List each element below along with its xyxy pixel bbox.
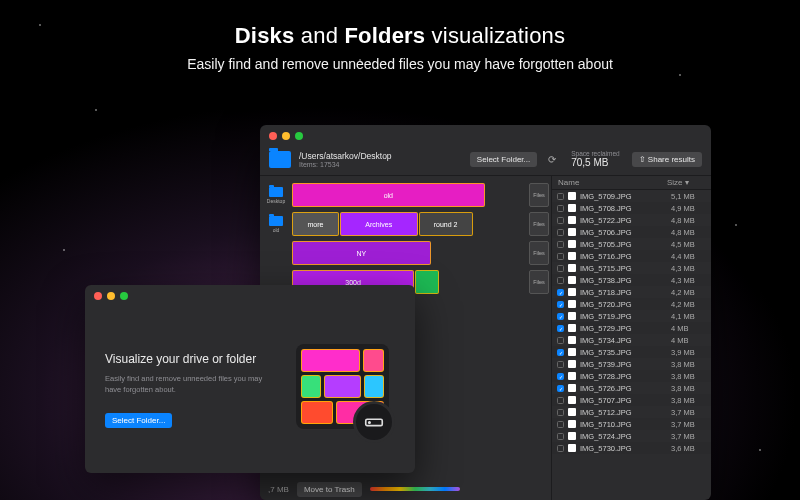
file-row[interactable]: IMG_5707.JPG3,8 MB (552, 394, 711, 406)
size-segment[interactable]: NY (292, 241, 431, 265)
file-row[interactable]: IMG_5715.JPG4,3 MB (552, 262, 711, 274)
checkbox[interactable] (557, 397, 564, 404)
file-icon (568, 204, 576, 212)
checkbox[interactable] (557, 373, 564, 380)
file-row[interactable]: IMG_5709.JPG5,1 MB (552, 190, 711, 202)
checkbox[interactable] (557, 265, 564, 272)
column-size[interactable]: Size ▾ (667, 178, 705, 187)
checkbox[interactable] (557, 229, 564, 236)
file-icon (568, 240, 576, 248)
zoom-icon[interactable] (120, 292, 128, 300)
file-icon (568, 276, 576, 284)
checkbox[interactable] (557, 421, 564, 428)
move-to-trash-button[interactable]: Move to Trash (297, 482, 362, 497)
file-list: Name Size ▾ IMG_5709.JPG5,1 MBIMG_5708.J… (551, 176, 711, 500)
main-toolbar: /Users/atsarkov/Desktop Items: 17534 Sel… (260, 147, 711, 176)
select-folder-button[interactable]: Select Folder... (105, 413, 172, 428)
file-name: IMG_5735.JPG (580, 348, 667, 357)
checkbox[interactable] (557, 313, 564, 320)
minimize-icon[interactable] (282, 132, 290, 140)
checkbox[interactable] (557, 205, 564, 212)
file-size: 4,8 MB (671, 216, 706, 225)
file-size: 3,6 MB (671, 444, 706, 453)
file-row[interactable]: IMG_5734.JPG4 MB (552, 334, 711, 346)
file-icon (568, 252, 576, 260)
file-name: IMG_5705.JPG (580, 240, 667, 249)
checkbox[interactable] (557, 301, 564, 308)
viz-row: oldmoreArchivesround 2Files (262, 212, 549, 236)
size-segment[interactable] (415, 270, 439, 294)
disk-icon (353, 401, 395, 443)
size-segment[interactable]: round 2 (419, 212, 473, 236)
checkbox[interactable] (557, 193, 564, 200)
file-row[interactable]: IMG_5705.JPG4,5 MB (552, 238, 711, 250)
files-cell[interactable]: Files (529, 212, 549, 236)
file-row[interactable]: IMG_5720.JPG4,2 MB (552, 298, 711, 310)
share-results-button[interactable]: ⇧ Share results (632, 152, 702, 167)
checkbox[interactable] (557, 385, 564, 392)
checkbox[interactable] (557, 277, 564, 284)
row-label[interactable]: Desktop (262, 183, 290, 207)
checkbox[interactable] (557, 253, 564, 260)
file-size: 4 MB (671, 324, 706, 333)
minimize-icon[interactable] (107, 292, 115, 300)
close-icon[interactable] (269, 132, 277, 140)
footer-bar: ,7 MB Move to Trash (260, 478, 551, 500)
checkbox[interactable] (557, 289, 564, 296)
file-name: IMG_5720.JPG (580, 300, 667, 309)
space-reclaimed-label: Space reclaimed (571, 150, 619, 157)
checkbox[interactable] (557, 337, 564, 344)
checkbox[interactable] (557, 325, 564, 332)
file-row[interactable]: IMG_5726.JPG3,8 MB (552, 382, 711, 394)
file-row[interactable]: IMG_5735.JPG3,9 MB (552, 346, 711, 358)
checkbox[interactable] (557, 445, 564, 452)
file-row[interactable]: IMG_5738.JPG4,3 MB (552, 274, 711, 286)
files-cell[interactable]: Files (529, 241, 549, 265)
refresh-icon[interactable]: ⟳ (545, 152, 559, 166)
file-row[interactable]: IMG_5712.JPG3,7 MB (552, 406, 711, 418)
viz-row: NYFiles (262, 241, 549, 265)
size-segment[interactable]: old (292, 183, 485, 207)
file-row[interactable]: IMG_5719.JPG4,1 MB (552, 310, 711, 322)
checkbox[interactable] (557, 409, 564, 416)
select-folder-button[interactable]: Select Folder... (470, 152, 537, 167)
file-icon (568, 228, 576, 236)
file-icon (568, 336, 576, 344)
checkbox[interactable] (557, 361, 564, 368)
file-row[interactable]: IMG_5716.JPG4,4 MB (552, 250, 711, 262)
zoom-icon[interactable] (295, 132, 303, 140)
file-row[interactable]: IMG_5730.JPG3,6 MB (552, 442, 711, 454)
file-row[interactable]: IMG_5718.JPG4,2 MB (552, 286, 711, 298)
checkbox[interactable] (557, 241, 564, 248)
column-name[interactable]: Name (558, 178, 667, 187)
file-row[interactable]: IMG_5728.JPG3,8 MB (552, 370, 711, 382)
file-size: 4,3 MB (671, 264, 706, 273)
file-icon (568, 372, 576, 380)
file-row[interactable]: IMG_5708.JPG4,9 MB (552, 202, 711, 214)
file-icon (568, 384, 576, 392)
row-label[interactable]: old (262, 212, 290, 236)
file-size: 4,2 MB (671, 300, 706, 309)
file-row[interactable]: IMG_5729.JPG4 MB (552, 322, 711, 334)
file-icon (568, 432, 576, 440)
items-count: Items: 17534 (299, 161, 392, 168)
size-segment[interactable]: more (292, 212, 339, 236)
main-traffic-lights (260, 125, 711, 147)
file-name: IMG_5716.JPG (580, 252, 667, 261)
file-row[interactable]: IMG_5724.JPG3,7 MB (552, 430, 711, 442)
close-icon[interactable] (94, 292, 102, 300)
checkbox[interactable] (557, 433, 564, 440)
hero-subtitle: Easily find and remove unneeded files yo… (0, 56, 800, 72)
files-cell[interactable]: Files (529, 183, 549, 207)
file-row[interactable]: IMG_5739.JPG3,8 MB (552, 358, 711, 370)
files-cell[interactable]: Files (529, 270, 549, 294)
checkbox[interactable] (557, 217, 564, 224)
file-icon (568, 420, 576, 428)
file-row[interactable]: IMG_5706.JPG4,8 MB (552, 226, 711, 238)
checkbox[interactable] (557, 349, 564, 356)
file-name: IMG_5706.JPG (580, 228, 667, 237)
row-label[interactable] (262, 241, 290, 265)
size-segment[interactable]: Archives (340, 212, 418, 236)
file-row[interactable]: IMG_5722.JPG4,8 MB (552, 214, 711, 226)
file-row[interactable]: IMG_5710.JPG3,7 MB (552, 418, 711, 430)
